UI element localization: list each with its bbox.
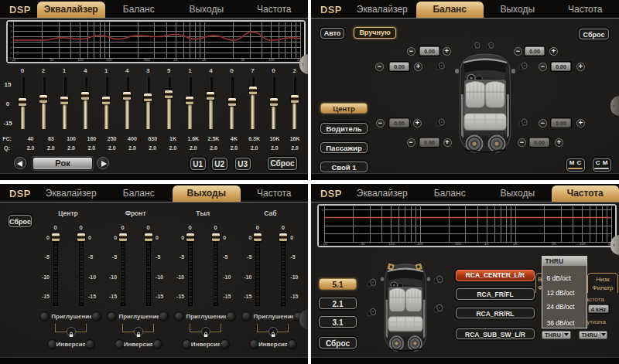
svg-text:200: 200 xyxy=(417,242,423,246)
svg-text:500: 500 xyxy=(144,58,150,62)
svg-text:50: 50 xyxy=(361,242,365,246)
svg-text:0: 0 xyxy=(11,41,12,44)
svg-text:50: 50 xyxy=(50,58,54,62)
svg-text:20: 20 xyxy=(323,242,327,246)
svg-text:0: 0 xyxy=(322,209,323,212)
svg-text:20: 20 xyxy=(12,58,16,62)
svg-text:-4: -4 xyxy=(10,46,12,49)
svg-text:12: 12 xyxy=(9,25,12,28)
svg-text:5K: 5K xyxy=(241,58,245,62)
svg-text:10K: 10K xyxy=(268,58,275,62)
svg-text:2K: 2K xyxy=(513,242,518,246)
svg-text:100: 100 xyxy=(77,58,84,62)
svg-text:1K: 1K xyxy=(173,58,178,62)
svg-text:4: 4 xyxy=(11,36,12,39)
svg-text:-8: -8 xyxy=(10,52,12,55)
svg-text:5K: 5K xyxy=(552,242,556,246)
svg-text:8: 8 xyxy=(11,30,12,33)
svg-text:200: 200 xyxy=(106,58,112,62)
svg-text:500: 500 xyxy=(455,242,461,246)
svg-text:2K: 2K xyxy=(202,58,207,62)
svg-text:100: 100 xyxy=(388,242,395,246)
svg-text:10K: 10K xyxy=(580,242,586,246)
svg-text:1K: 1K xyxy=(484,242,489,246)
